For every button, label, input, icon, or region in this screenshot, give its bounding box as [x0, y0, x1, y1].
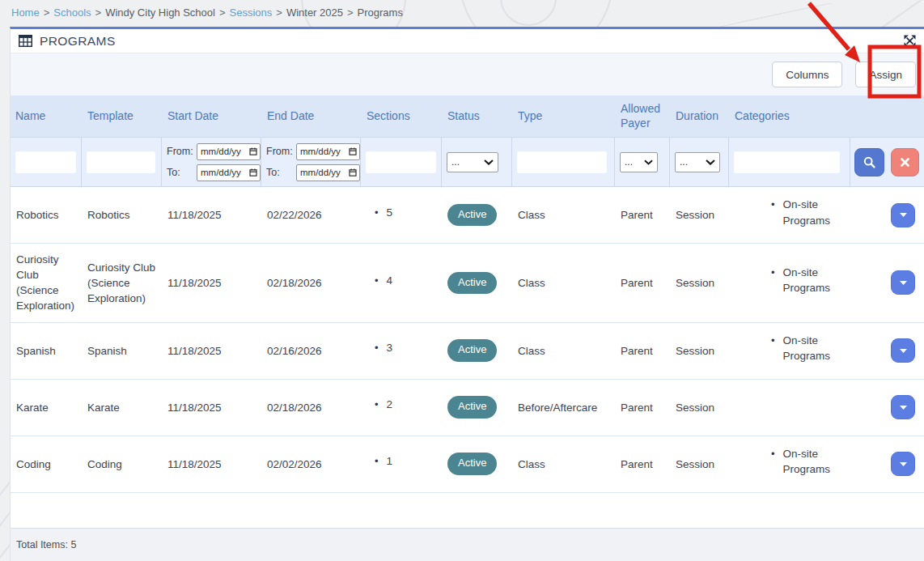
- type-filter-input[interactable]: [517, 151, 607, 173]
- breadcrumb-item: Windy City High School: [105, 6, 215, 19]
- allowed-payer-filter-select[interactable]: ...: [620, 152, 658, 172]
- row-actions-dropdown-button[interactable]: [891, 338, 915, 363]
- breadcrumb-separator: >: [276, 6, 282, 19]
- category-item: On-site Programs: [771, 333, 847, 363]
- program-type: Class: [518, 343, 545, 359]
- start-date: 11/18/2025: [167, 457, 222, 472]
- caret-down-icon: [900, 281, 907, 285]
- allowed-payer: Parent: [621, 343, 653, 359]
- program-name: Coding: [16, 457, 51, 472]
- date-placeholder: mm/dd/yy: [300, 168, 349, 177]
- table-row: Curiosity Club (Science Exploration) Cur…: [11, 244, 924, 323]
- allowed-payer: Parent: [621, 207, 653, 223]
- row-actions-dropdown-button[interactable]: [891, 395, 915, 419]
- end-date: 02/18/2026: [267, 400, 322, 415]
- column-header-end-date[interactable]: End Date: [261, 96, 361, 137]
- categories-filter-input[interactable]: [734, 151, 840, 173]
- breadcrumb-item: Winter 2025: [286, 6, 343, 19]
- row-actions-dropdown-button[interactable]: [891, 270, 915, 295]
- table-footer: Total Items: 5: [11, 528, 924, 561]
- chevron-down-icon: [644, 159, 653, 165]
- breadcrumb-separator: >: [219, 6, 226, 19]
- duration: Session: [676, 275, 714, 291]
- program-template: Karate: [87, 400, 120, 415]
- calendar-icon[interactable]: [249, 168, 257, 176]
- programs-table: Name Template Start Date End Date Sectio…: [11, 96, 924, 528]
- row-actions-dropdown-button[interactable]: [891, 203, 915, 227]
- end-date: 02/02/2026: [267, 457, 322, 472]
- column-header-actions: [850, 96, 924, 137]
- clear-filters-button[interactable]: [891, 148, 919, 176]
- column-header-status[interactable]: Status: [442, 96, 512, 137]
- breadcrumb-item[interactable]: Home: [11, 6, 40, 19]
- duration-filter-select[interactable]: ...: [675, 152, 720, 172]
- end-date-from-input[interactable]: mm/dd/yy: [296, 143, 360, 160]
- column-header-template[interactable]: Template: [82, 96, 162, 137]
- program-type: Class: [518, 457, 545, 472]
- panel-header: PROGRAMS: [11, 29, 924, 53]
- chevron-down-icon: [706, 159, 715, 165]
- date-placeholder: mm/dd/yy: [201, 168, 249, 177]
- status-badge: Active: [447, 453, 497, 474]
- sections-filter-input[interactable]: [366, 151, 436, 173]
- allowed-payer: Parent: [621, 400, 653, 415]
- calendar-icon[interactable]: [349, 168, 357, 176]
- column-header-type[interactable]: Type: [512, 96, 615, 137]
- row-actions-dropdown-button[interactable]: [891, 452, 915, 476]
- duration: Session: [676, 207, 714, 223]
- table-row: Coding Coding 11/18/2025 02/02/2026 1 Ac…: [11, 436, 924, 493]
- status-filter-select[interactable]: ...: [447, 152, 498, 172]
- table-row: Spanish Spanish 11/18/2025 02/16/2026 3 …: [11, 323, 924, 380]
- category-item: On-site Programs: [771, 446, 847, 477]
- search-button[interactable]: [854, 148, 884, 176]
- program-template: Curiosity Club (Science Exploration): [87, 260, 159, 306]
- column-header-name[interactable]: Name: [11, 96, 82, 137]
- caret-down-icon: [900, 349, 907, 353]
- program-name: Robotics: [16, 207, 59, 223]
- column-header-start-date[interactable]: Start Date: [162, 96, 261, 137]
- columns-button[interactable]: Columns: [772, 62, 842, 87]
- start-date-to-input[interactable]: mm/dd/yy: [197, 164, 261, 181]
- column-header-allowed-payer[interactable]: Allowed Payer: [615, 96, 670, 137]
- program-type: Class: [518, 207, 545, 223]
- caret-down-icon: [900, 213, 907, 217]
- table-filter-row: From: mm/dd/yy To: mm/dd/yy From:: [11, 138, 924, 187]
- search-icon: [863, 156, 875, 168]
- table-row: Robotics Robotics 11/18/2025 02/22/2026 …: [11, 187, 924, 244]
- table-grid-icon: [19, 35, 32, 47]
- duration: Session: [676, 343, 714, 359]
- programs-panel: PROGRAMS Columns Assign Name: [10, 27, 924, 561]
- allowed-payer: Parent: [621, 275, 653, 291]
- breadcrumb-item[interactable]: Schools: [53, 6, 91, 19]
- assign-button[interactable]: Assign: [855, 62, 916, 87]
- breadcrumb-item[interactable]: Sessions: [230, 6, 273, 19]
- chevron-down-icon: [484, 159, 494, 165]
- status-badge: Active: [447, 396, 497, 418]
- program-type: Class: [518, 275, 545, 291]
- duration: Session: [676, 457, 714, 472]
- sections-count: 1: [375, 453, 392, 469]
- expand-arrows-icon: [904, 35, 916, 47]
- template-filter-input[interactable]: [87, 151, 155, 173]
- end-date: 02/22/2026: [267, 207, 322, 223]
- start-date: 11/18/2025: [167, 207, 222, 223]
- end-date-to-label: To:: [266, 167, 296, 178]
- start-date-to-label: To:: [167, 167, 197, 178]
- column-header-duration[interactable]: Duration: [670, 96, 729, 137]
- column-header-categories[interactable]: Categories: [729, 96, 850, 137]
- sections-count: 2: [375, 397, 392, 412]
- column-header-sections[interactable]: Sections: [361, 96, 442, 137]
- select-value: ...: [625, 156, 633, 168]
- program-template: Robotics: [87, 207, 130, 223]
- date-placeholder: mm/dd/yy: [300, 147, 349, 156]
- end-date-to-input[interactable]: mm/dd/yy: [296, 164, 360, 181]
- name-filter-input[interactable]: [15, 151, 76, 173]
- select-value: ...: [451, 156, 460, 168]
- table-header-row: Name Template Start Date End Date Sectio…: [11, 96, 924, 138]
- calendar-icon[interactable]: [349, 147, 357, 155]
- start-date-from-input[interactable]: mm/dd/yy: [197, 143, 261, 160]
- start-date: 11/18/2025: [167, 275, 222, 291]
- calendar-icon[interactable]: [249, 147, 257, 155]
- breadcrumb-item: Programs: [358, 6, 403, 19]
- expand-panel-button[interactable]: [904, 35, 916, 47]
